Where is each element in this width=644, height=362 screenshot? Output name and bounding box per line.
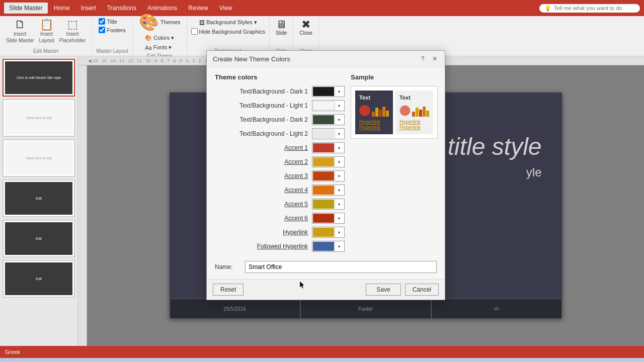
color-dropdown-5[interactable]: ▾ <box>335 157 343 166</box>
search-bar[interactable]: 💡 Tell me what you want to do <box>539 4 640 13</box>
color-btn-10[interactable]: ▾ <box>312 227 345 238</box>
tab-review[interactable]: Review <box>183 3 213 14</box>
color-btn-7[interactable]: ▾ <box>312 185 345 196</box>
hide-bg-checkbox[interactable]: Hide Background Graphics <box>191 28 265 35</box>
reset-button[interactable]: Reset <box>213 284 244 296</box>
slide-thumb-6[interactable]: Edit <box>3 260 75 298</box>
color-dropdown-0[interactable]: ▾ <box>335 87 343 96</box>
theme-colors-header: Theme colors <box>215 73 345 81</box>
slide-thumb-2[interactable]: Click here to edit <box>3 99 75 137</box>
color-dropdown-8[interactable]: ▾ <box>335 200 343 209</box>
color-dropdown-9[interactable]: ▾ <box>335 214 343 223</box>
edit-master-label: Edit Master <box>33 48 59 54</box>
bar-2 <box>375 108 378 117</box>
sample-light-text: Text <box>399 95 429 101</box>
group-edit-master: 🗋 Insert Slide Master 📋 Insert Layout ⬚ … <box>0 17 92 55</box>
statusbar: Greek <box>0 346 644 358</box>
footers-checkbox[interactable]: Footers <box>99 27 125 33</box>
color-btn-0[interactable]: ▾ <box>312 86 345 97</box>
tab-slide-master[interactable]: Slide Master <box>4 3 48 14</box>
tab-animations[interactable]: Animations <box>142 3 182 14</box>
insert-layout-icon: 📋 <box>40 19 53 30</box>
theme-row-4: Accent 1 ▾ <box>215 142 345 153</box>
color-dropdown-3[interactable]: ▾ <box>335 129 343 138</box>
color-swatch-5 <box>313 157 334 166</box>
dialog-right: Sample Text <box>351 73 438 255</box>
slide-thumb-4[interactable]: Edit <box>3 179 75 217</box>
background-styles-label: Background Styles ▾ <box>206 19 257 26</box>
name-row: Name: <box>215 261 437 273</box>
lbar-1 <box>412 112 415 117</box>
close-master-icon: ✖ <box>301 19 310 30</box>
color-btn-1[interactable]: ▾ <box>312 100 345 111</box>
search-icon: 💡 <box>544 5 551 12</box>
sample-light-hyperlink[interactable]: Hyperlink <box>399 119 429 125</box>
color-btn-3[interactable]: ▾ <box>312 128 345 139</box>
fonts-btn[interactable]: Aa Fonts ▾ <box>142 43 177 52</box>
title-checkbox[interactable]: Title <box>99 18 125 25</box>
themes-btn[interactable]: 🎨 Themes <box>137 13 183 31</box>
color-btn-8[interactable]: ▾ <box>312 199 345 210</box>
insert-layout-btn[interactable]: 📋 Insert Layout <box>37 18 56 44</box>
color-dropdown-7[interactable]: ▾ <box>335 186 343 195</box>
close-master-btn[interactable]: ✖ Close <box>297 18 314 37</box>
color-btn-6[interactable]: ▾ <box>312 170 345 182</box>
colors-icon: 🎨 <box>145 35 152 41</box>
slide-size-btn[interactable]: 🖥 Slide <box>274 18 289 37</box>
name-input[interactable] <box>245 261 437 273</box>
color-dropdown-10[interactable]: ▾ <box>335 228 343 237</box>
insert-placeholder-btn[interactable]: ⬚ Insert Placeholder <box>57 18 88 44</box>
sample-light-visited[interactable]: Hyperlink <box>399 125 429 130</box>
slide-thumb-1[interactable]: Click to edit Master title style <box>3 59 75 97</box>
group-close: ✖ Close Close <box>293 17 319 55</box>
dialog-help-btn[interactable]: ? <box>419 55 427 63</box>
dialog-close-btn[interactable]: ✕ <box>431 55 439 63</box>
color-dropdown-2[interactable]: ▾ <box>335 115 343 124</box>
slide-thumb-5[interactable]: Edit <box>3 220 75 257</box>
color-btn-5[interactable]: ▾ <box>312 156 345 167</box>
sample-inner: Text Hyper <box>355 90 433 134</box>
slide-thumb-3[interactable]: Click here to edit <box>3 139 75 177</box>
group-master-layout: Title Footers Master Layout <box>92 17 132 55</box>
insert-slide-master-btn[interactable]: 🗋 Insert Slide Master <box>4 18 36 44</box>
tab-view[interactable]: View <box>214 3 237 14</box>
tab-transitions[interactable]: Transitions <box>102 3 141 14</box>
cancel-button[interactable]: Cancel <box>405 284 439 296</box>
sample-light-shape <box>399 105 411 116</box>
color-btn-4[interactable]: ▾ <box>312 142 345 153</box>
slide-thumb-inner-6: Edit <box>5 262 72 295</box>
sample-dark-bars <box>372 104 389 117</box>
tab-home[interactable]: Home <box>49 3 75 14</box>
color-dropdown-1[interactable]: ▾ <box>335 101 343 110</box>
slide-label: Slide <box>276 30 287 36</box>
sample-dark-text: Text <box>359 95 389 101</box>
color-dropdown-11[interactable]: ▾ <box>335 242 343 251</box>
colors-btn[interactable]: 🎨 Colors ▾ <box>142 34 177 42</box>
search-placeholder: Tell me what you want to do <box>554 5 622 11</box>
color-btn-11[interactable]: ▾ <box>312 241 345 252</box>
color-swatch-2 <box>313 115 334 124</box>
color-dropdown-6[interactable]: ▾ <box>335 171 343 180</box>
lbar-4 <box>423 107 426 117</box>
color-btn-2[interactable]: ▾ <box>312 114 345 125</box>
sample-dark-visited[interactable]: Hyperlink <box>359 125 389 130</box>
themes-icon: 🎨 <box>139 14 159 30</box>
colors-label: Colors ▾ <box>153 35 174 41</box>
slide-thumb-inner-4: Edit <box>5 182 72 215</box>
master-layout-checkboxes: Title Footers <box>99 18 125 33</box>
status-text: Greek <box>5 349 20 355</box>
sample-dark-hyperlink[interactable]: Hyperlink <box>359 119 389 125</box>
save-button[interactable]: Save <box>366 284 400 296</box>
background-styles-btn[interactable]: 🖼 Background Styles ▾ <box>197 18 260 27</box>
tab-insert[interactable]: Insert <box>76 3 101 14</box>
color-swatch-9 <box>313 214 334 223</box>
theme-label-4: Accent 1 <box>215 144 308 151</box>
color-swatch-6 <box>313 171 334 180</box>
dialog-controls: ? ✕ <box>419 55 439 63</box>
color-btn-9[interactable]: ▾ <box>312 213 345 224</box>
color-dropdown-4[interactable]: ▾ <box>335 143 343 152</box>
bar-4 <box>382 107 385 117</box>
ribbon-tabs: Slide Master Home Insert Transitions Ani… <box>0 0 644 16</box>
group-slide: 🖥 Slide Slide <box>270 17 293 55</box>
dialog-action-buttons: Save Cancel <box>366 284 439 296</box>
